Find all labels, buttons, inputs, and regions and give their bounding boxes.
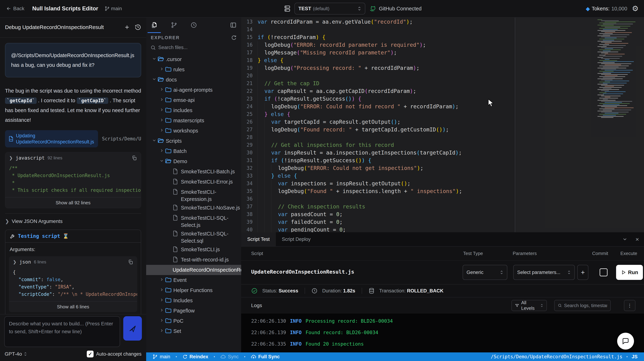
editor-line[interactable]: 25} else { xyxy=(241,110,644,118)
editor-line[interactable]: 32logDebug("ERROR: Could not get inspect… xyxy=(241,164,644,172)
tree-folder-emse-api[interactable]: emse-api xyxy=(146,95,241,105)
show-all-json-button[interactable]: Show all 6 lines xyxy=(9,301,137,312)
editor-line[interactable]: 38var passedCount = 0; xyxy=(241,210,644,218)
editor-line[interactable]: 23if (!capResult.getSuccess()) { xyxy=(241,95,644,103)
collapse-chevron-icon[interactable]: ❯ xyxy=(13,259,16,264)
chevron-right-icon[interactable] xyxy=(158,327,165,333)
tree-folder-docs[interactable]: docs xyxy=(146,75,241,85)
minimap[interactable] xyxy=(598,19,637,120)
editor-line[interactable]: 16logDebug("ERROR: recordId parameter is… xyxy=(241,41,644,49)
copy-json-button[interactable] xyxy=(128,259,133,265)
updating-file-chip[interactable]: Updating UpdateRecordOnInspectionResult.… xyxy=(5,130,98,147)
statusbar-branch[interactable]: main xyxy=(152,354,170,359)
tree-file-SmokeTestCLI.js[interactable]: SmokeTestCLI.js xyxy=(146,244,241,255)
reindex-button[interactable]: Reindex xyxy=(182,354,208,359)
tree-folder-ai-agent-prompts[interactable]: ai-agent-prompts xyxy=(146,85,241,95)
tree-folder-PoC[interactable]: PoC xyxy=(146,316,241,326)
chevron-right-icon[interactable] xyxy=(158,117,165,122)
tab-script-test[interactable]: Script Test xyxy=(241,232,276,246)
tree-folder-.cursor[interactable]: .cursor xyxy=(146,54,241,65)
editor-line[interactable]: 24logDebug("ERROR: Could not find record… xyxy=(241,103,644,110)
editor-line[interactable]: 17logMessage("Missing recordId parameter… xyxy=(241,49,644,56)
log-search-input[interactable]: Search logs, timestamp xyxy=(554,300,611,311)
tab-files[interactable] xyxy=(151,17,158,33)
auto-accept-checkbox[interactable]: ✓ xyxy=(87,350,94,357)
logs-more-button[interactable]: ⋮ xyxy=(624,300,636,311)
editor-line[interactable]: 15if (!recordIdParam) { xyxy=(241,33,644,41)
tab-source-control[interactable] xyxy=(171,17,177,33)
refresh-files-button[interactable] xyxy=(231,35,236,41)
tree-file-SmokeTestCLI-Batch.js[interactable]: SmokeTestCLI-Batch.js xyxy=(146,167,241,177)
chevron-right-icon[interactable] xyxy=(158,287,165,292)
editor-line[interactable]: 36 xyxy=(241,195,644,203)
tree-file-SmokeTestCLI-SQL-Select.js[interactable]: SmokeTestCLI-SQL-Select.js xyxy=(146,213,241,229)
chevron-down-icon[interactable] xyxy=(151,56,158,61)
chevron-right-icon[interactable] xyxy=(158,107,165,112)
close-panel-icon[interactable]: × xyxy=(636,237,639,242)
chevron-down-icon[interactable] xyxy=(158,158,165,163)
show-all-lines-button[interactable]: Show all 92 lines xyxy=(5,197,141,208)
editor-line[interactable]: 14 xyxy=(241,26,644,33)
editor-line[interactable]: 29// Get all inspections for this record xyxy=(241,141,644,149)
editor-line[interactable]: 27logDebug("Found record: " + targetCapI… xyxy=(241,126,644,133)
toggle-panel-button[interactable] xyxy=(230,17,236,33)
tree-folder-Helper Functions[interactable]: Helper Functions xyxy=(146,285,241,295)
editor-line[interactable]: 22var capResult = aa.cap.getCapID(record… xyxy=(241,87,644,95)
chevron-right-icon[interactable] xyxy=(158,86,165,92)
chat-input[interactable]: Describe what you want to build... (Pres… xyxy=(4,316,120,347)
collapse-panel-chevron-icon[interactable] xyxy=(622,237,628,242)
editor-line[interactable]: 21// Get the cap ID xyxy=(241,80,644,87)
send-button[interactable] xyxy=(123,316,142,340)
tree-folder-Scripts[interactable]: Scripts xyxy=(146,136,241,146)
back-button[interactable]: Back xyxy=(6,6,24,12)
tree-folder-includes[interactable]: includes xyxy=(146,105,241,116)
branch-indicator[interactable]: main xyxy=(105,6,122,12)
editor-line[interactable]: 19logDebug("Processing record: " + recor… xyxy=(241,64,644,72)
tree-folder-workshops[interactable]: workshops xyxy=(146,126,241,136)
view-json-arguments[interactable]: ❯ View JSON Arguments xyxy=(5,218,141,224)
tree-folder-Pageflow[interactable]: Pageflow xyxy=(146,306,241,316)
tree-file-SmokeTestCLI-Error.js[interactable]: SmokeTestCLI-Error.js xyxy=(146,177,241,187)
tab-history[interactable] xyxy=(190,17,197,33)
tree-folder-Event[interactable]: Event xyxy=(146,275,241,285)
sync-button[interactable]: Sync xyxy=(220,354,239,359)
environment-stack-icon[interactable] xyxy=(284,5,290,12)
editor-line[interactable]: 20 xyxy=(241,72,644,80)
copy-code-button[interactable] xyxy=(132,155,137,161)
editor-line[interactable]: 39var failedCount = 0; xyxy=(241,218,644,226)
chevron-right-icon[interactable] xyxy=(158,297,165,302)
editor-line[interactable]: 35logDebug("Found " + inspections.length… xyxy=(241,187,644,195)
chevron-right-icon[interactable] xyxy=(158,97,165,102)
collapse-chevron-icon[interactable]: ❯ xyxy=(9,155,13,160)
editor-line[interactable]: 31if (!inspResult.getSuccess()) { xyxy=(241,157,644,164)
chevron-down-icon[interactable] xyxy=(151,76,158,82)
editor-line[interactable]: 37// Check inspection results xyxy=(241,203,644,210)
tree-folder-Demo[interactable]: Demo xyxy=(146,156,241,167)
tree-file-SmokeTestCLI-NoSave.js[interactable]: SmokeTestCLI-NoSave.js xyxy=(146,203,241,213)
log-level-filter[interactable]: All Levels xyxy=(512,300,547,311)
parameters-select[interactable]: Select parameters... xyxy=(513,265,575,280)
commit-checkbox[interactable] xyxy=(600,268,608,276)
editor-line[interactable]: 33} else { xyxy=(241,172,644,180)
tree-folder-rules[interactable]: rules xyxy=(146,65,241,75)
editor-line[interactable]: 13var recordIdParam = aa.env.getValue("r… xyxy=(241,18,644,26)
chevron-right-icon[interactable] xyxy=(158,317,165,323)
tab-script-deploy[interactable]: Script Deploy xyxy=(276,232,317,246)
tree-folder-Batch[interactable]: Batch xyxy=(146,146,241,156)
editor-line[interactable]: 18} else { xyxy=(241,56,644,64)
editor-line[interactable]: 34var inspections = inspResult.getOutput… xyxy=(241,180,644,187)
chat-fab-button[interactable] xyxy=(617,333,634,349)
editor-line[interactable]: 28 xyxy=(241,133,644,141)
tree-file-UpdateRecordOnInspectionResult.js[interactable]: UpdateRecordOnInspectionResult.js xyxy=(146,265,241,275)
tree-folder-masterscripts[interactable]: masterscripts xyxy=(146,116,241,126)
editor-line[interactable]: 30var inspResult = aa.inspection.getInsp… xyxy=(241,149,644,157)
settings-gear-icon[interactable]: ⚙ xyxy=(632,5,639,12)
tree-file-SmokeTestCLI-SQL-Select.sql[interactable]: SmokeTestCLI-SQL-Select.sql xyxy=(146,229,241,244)
file-search-input[interactable]: Search files... xyxy=(150,45,237,50)
chevron-right-icon[interactable] xyxy=(158,66,165,71)
test-type-select[interactable]: Generic xyxy=(462,265,507,280)
environment-select[interactable]: TEST (default) xyxy=(294,3,365,15)
history-button[interactable] xyxy=(135,24,141,31)
code-editor[interactable]: 13var recordIdParam = aa.env.getValue("r… xyxy=(241,17,644,232)
tree-folder-Set[interactable]: Set xyxy=(146,326,241,336)
